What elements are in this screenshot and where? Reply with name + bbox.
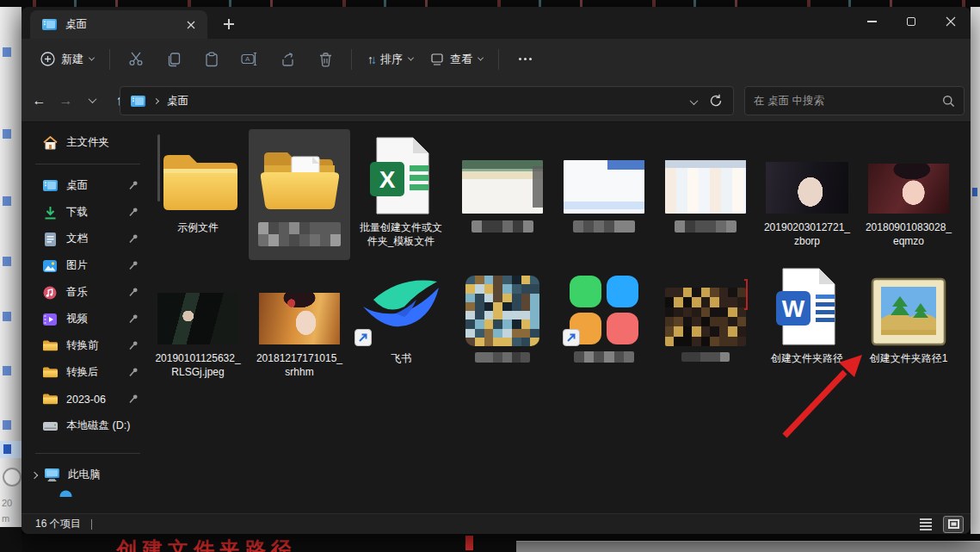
new-tab-button[interactable] — [219, 15, 238, 34]
word-file-icon: W — [773, 267, 841, 346]
redacted-file-name — [574, 351, 634, 363]
sidebar-item-this-pc[interactable]: 此电脑 — [27, 462, 144, 488]
thumbnail-view-button[interactable] — [943, 516, 964, 533]
rename-icon: A — [241, 52, 258, 66]
expand-chevron-icon[interactable] — [31, 471, 38, 478]
search-input[interactable] — [754, 95, 942, 107]
divider — [35, 164, 140, 164]
file-name: 示例文件 — [177, 220, 219, 234]
sidebar-item-music[interactable]: 音乐 — [27, 279, 144, 306]
red-annotation-arrow — [757, 344, 886, 456]
file-item-image-srhhm[interactable]: 20181217171015_srhhm — [249, 260, 350, 391]
file-item-redacted-screenshot[interactable] — [553, 129, 655, 260]
copy-button[interactable] — [155, 45, 193, 74]
status-divider — [91, 519, 92, 530]
recent-locations-button[interactable] — [80, 88, 105, 113]
file-name: 20181217171015_srhhm — [255, 351, 344, 379]
svg-text:A: A — [245, 55, 250, 63]
sidebar-item-partial[interactable] — [27, 488, 144, 499]
sidebar-item-downloads[interactable]: 下载 — [27, 199, 144, 226]
ellipsis-icon — [519, 58, 532, 60]
file-item-feishu-shortcut[interactable]: 飞书 — [350, 260, 452, 391]
breadcrumb[interactable]: 桌面 — [167, 94, 691, 109]
screenshot-thumbnail — [564, 160, 644, 214]
file-item-redacted-dark[interactable] — [655, 260, 756, 391]
sidebar-item-home[interactable]: 主文件夹 — [27, 129, 144, 156]
file-item-redacted-app[interactable] — [452, 260, 553, 391]
more-options-button[interactable] — [506, 45, 544, 74]
pin-icon — [128, 207, 139, 220]
rename-button[interactable]: A — [231, 45, 268, 74]
divider — [498, 49, 499, 70]
close-window-button[interactable] — [931, 7, 971, 36]
paste-button[interactable] — [193, 45, 231, 74]
back-button[interactable]: ← — [27, 88, 52, 113]
file-item-redacted-folder[interactable] — [249, 129, 350, 260]
address-bar[interactable]: 桌面 — [120, 86, 734, 115]
sidebar-item-desktop[interactable]: 桌面 — [27, 172, 144, 199]
file-item-excel-template[interactable]: X 批量创建文件或文件夹_模板文件 — [350, 129, 452, 260]
sort-button[interactable]: ↑↓ 排序 — [359, 46, 422, 73]
pin-icon — [128, 367, 139, 380]
file-item-redacted-screenshot[interactable] — [452, 129, 553, 260]
image-thumbnail — [259, 293, 340, 344]
redacted-thumbnail — [665, 288, 746, 346]
downloads-icon — [42, 205, 58, 220]
sidebar: 主文件夹 桌面 下载 文档 图片 — [27, 129, 144, 499]
chevron-down-icon — [408, 55, 414, 61]
sidebar-item-2023-06[interactable]: 2023-06 — [27, 386, 144, 412]
forward-button[interactable]: → — [53, 88, 78, 113]
pin-icon — [128, 340, 139, 353]
thumbnail-icon — [948, 519, 959, 529]
chevron-down-icon — [89, 95, 97, 103]
search-icon[interactable] — [942, 95, 955, 108]
delete-button[interactable] — [306, 45, 344, 74]
trash-icon — [318, 52, 333, 67]
background-text-fragment: 20 — [2, 498, 12, 508]
folder-icon — [42, 365, 58, 381]
desktop-icon — [131, 96, 145, 107]
tab-desktop[interactable]: 桌面 — [30, 10, 207, 39]
share-button[interactable] — [268, 45, 306, 74]
background-desktop-bottom: 创建文件夹路径 — [22, 534, 980, 552]
screenshot-thumbnail — [665, 160, 746, 214]
view-button[interactable]: 查看 — [422, 46, 491, 73]
sidebar-item-videos[interactable]: 视频 — [27, 306, 144, 332]
file-item-clover-app-shortcut[interactable] — [553, 260, 655, 391]
sidebar-item-pictures[interactable]: 图片 — [27, 252, 144, 279]
background-window-edge — [516, 541, 980, 552]
sidebar-item-local-disk-d[interactable]: 本地磁盘 (D:) — [27, 412, 144, 439]
breadcrumb-chevron-icon — [153, 97, 159, 103]
file-item-redacted-screenshot[interactable] — [655, 129, 756, 260]
file-item-image-rlsgj[interactable]: 20190101125632_RLSGj.jpeg — [147, 260, 249, 391]
details-view-button[interactable] — [915, 516, 936, 533]
sidebar-item-folder-after[interactable]: 转换后 — [27, 359, 144, 386]
sidebar-item-label: 视频 — [66, 312, 88, 326]
videos-icon — [42, 312, 58, 327]
sidebar-item-label: 此电脑 — [68, 468, 101, 482]
refresh-button[interactable] — [709, 94, 723, 108]
new-button[interactable]: 新建 — [32, 46, 102, 73]
share-icon — [280, 52, 296, 67]
file-item-sample-folder[interactable]: 示例文件 — [147, 129, 249, 260]
pin-icon — [128, 180, 139, 193]
address-dropdown-button[interactable] — [691, 93, 697, 109]
maximize-button[interactable] — [891, 7, 931, 36]
cut-button[interactable] — [117, 45, 155, 74]
minimize-button[interactable] — [852, 7, 891, 36]
desktop-icon — [42, 178, 58, 194]
file-item-image-eqmzo[interactable]: 20180901083028_eqmzo — [858, 129, 959, 260]
sidebar-item-folder-before[interactable]: 转换前 — [27, 332, 144, 359]
tab-close-button[interactable] — [183, 17, 199, 33]
window-controls — [852, 7, 971, 36]
copy-icon — [166, 52, 182, 67]
pin-icon — [128, 394, 139, 406]
sidebar-item-documents[interactable]: 文档 — [27, 226, 144, 252]
svg-text:X: X — [379, 166, 396, 193]
folder-icon — [158, 150, 237, 215]
redacted-file-name — [475, 352, 530, 363]
redacted-file-name — [573, 220, 635, 233]
home-icon — [42, 135, 58, 151]
file-item-image-zborp[interactable]: 20190203012721_zborp — [756, 129, 858, 260]
globe-icon — [58, 488, 73, 499]
